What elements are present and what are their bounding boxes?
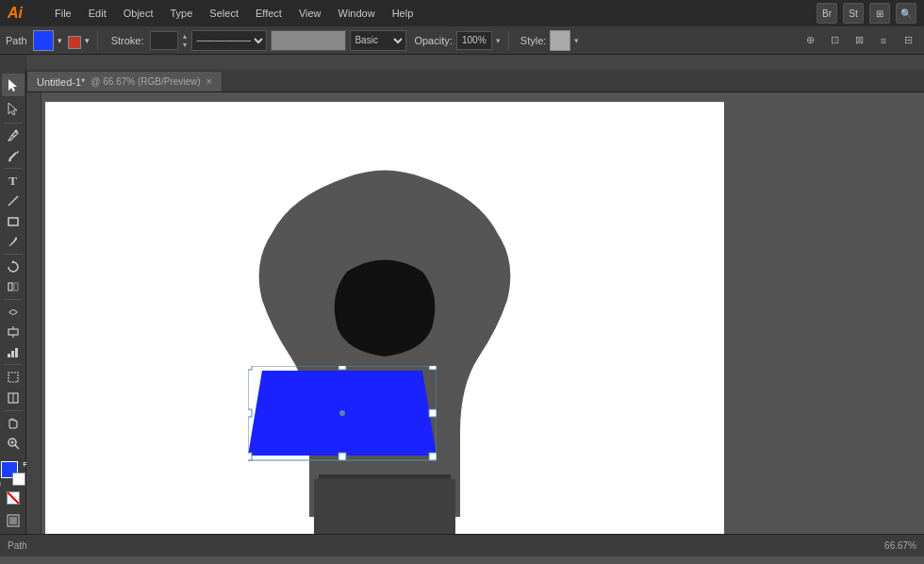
svg-rect-30 (248, 366, 252, 370)
pathfinder-icon-btn[interactable]: ⊠ (849, 30, 869, 51)
rotate-tool-btn[interactable] (2, 257, 25, 276)
dash-input[interactable] (271, 30, 346, 51)
svg-marker-0 (8, 79, 17, 91)
svg-rect-37 (429, 453, 437, 460)
menu-view[interactable]: View (291, 6, 329, 21)
menu-file[interactable]: File (47, 6, 79, 21)
slice-tool-btn[interactable] (2, 388, 25, 406)
fg-bg-colors: ⇄ ■ (1, 461, 25, 486)
app-logo: Ai (8, 5, 38, 22)
artboard-tool-btn[interactable] (2, 368, 25, 387)
tab-close-btn[interactable]: × (206, 76, 212, 87)
svg-rect-7 (8, 218, 18, 225)
sep1 (97, 31, 98, 50)
svg-rect-27 (319, 474, 451, 479)
line-tool-btn[interactable] (2, 191, 25, 210)
style-label: Style: (520, 35, 547, 46)
rect-tool-btn[interactable] (2, 211, 25, 230)
artboard (45, 102, 724, 534)
opacity-arrow[interactable]: ▾ (496, 36, 501, 45)
menu-window[interactable]: Window (331, 6, 383, 21)
sep2 (508, 31, 509, 50)
hand-tool-btn[interactable] (2, 414, 25, 433)
options-bar: Path ▾ ▾ Stroke: ▲ ▼ —————— Basic Opacit… (0, 26, 924, 55)
pen-tool-btn[interactable] (2, 126, 25, 145)
bottom-bar: Path 66.67% (0, 534, 924, 556)
stroke-arrow[interactable]: ▾ (85, 36, 90, 45)
tool-sep-2 (4, 168, 23, 169)
fill-color-swatch[interactable] (33, 30, 54, 51)
brush-tool-btn[interactable] (2, 232, 25, 251)
stroke-style-select[interactable]: —————— (191, 30, 267, 51)
menu-select[interactable]: Select (202, 6, 246, 21)
ruler-horizontal: // Will be drawn by inline SVG (26, 55, 924, 70)
ruler-vertical (26, 92, 41, 534)
pencil-tool-btn[interactable] (2, 146, 25, 165)
direct-selection-tool-btn[interactable] (2, 97, 25, 120)
ruler-corner (0, 55, 26, 70)
stroke-weight-input[interactable] (150, 31, 178, 50)
workspace-icon-btn[interactable]: ⊞ (869, 3, 890, 24)
search-icon-btn[interactable]: 🔍 (896, 3, 916, 24)
blend-mode-select[interactable]: Basic (350, 30, 406, 51)
symbol-tool-btn[interactable] (2, 323, 25, 341)
zoom-tool-btn[interactable] (2, 434, 25, 453)
left-toolbar: T (0, 70, 26, 534)
hacker-figure (259, 171, 511, 535)
warp-tool-btn[interactable] (2, 303, 25, 322)
opacity-input[interactable] (456, 31, 492, 50)
stock-icon-btn[interactable]: St (843, 3, 864, 24)
type-tool-btn[interactable]: T (2, 172, 25, 191)
svg-line-6 (8, 196, 18, 206)
zoom-level: 66.67% (884, 540, 916, 551)
selection-tool-btn[interactable] (2, 74, 25, 96)
svg-rect-16 (15, 348, 18, 357)
svg-marker-1 (8, 103, 17, 115)
stroke-color-swatch[interactable] (68, 36, 81, 49)
menu-help[interactable]: Help (385, 6, 421, 21)
style-arrow[interactable]: ▾ (574, 36, 579, 45)
svg-rect-10 (14, 283, 18, 290)
svg-rect-15 (11, 351, 14, 357)
blue-laptop-svg (248, 366, 437, 470)
none-color-swatch[interactable] (7, 491, 20, 505)
stroke-spinners[interactable]: ▲ ▼ (182, 32, 189, 49)
style-swatch[interactable] (550, 30, 570, 51)
tab-bar: Untitled-1* @ 66.67% (RGB/Preview) × (26, 70, 924, 92)
path-label: Path (6, 35, 27, 46)
direct-selection-tools (2, 97, 25, 120)
canvas-area[interactable]: Untitled-1* @ 66.67% (RGB/Preview) × (26, 70, 924, 534)
transform-icon-btn[interactable]: ⊡ (824, 30, 845, 51)
svg-line-21 (15, 445, 19, 449)
menu-effect[interactable]: Effect (248, 6, 289, 21)
svg-line-3 (9, 153, 16, 159)
svg-rect-17 (8, 373, 18, 382)
main-layout: T (0, 70, 924, 534)
status-path-label: Path (8, 540, 27, 551)
drawing-modes-btn[interactable] (2, 511, 25, 530)
opacity-label: Opacity: (414, 35, 452, 46)
tool-sep-3 (4, 254, 23, 255)
bridge-icon-btn[interactable]: Br (817, 3, 837, 24)
menu-edit[interactable]: Edit (81, 6, 114, 21)
stroke-label: Stroke: (111, 35, 144, 46)
svg-rect-9 (8, 283, 12, 290)
svg-rect-35 (248, 453, 252, 460)
svg-point-29 (339, 410, 345, 416)
menu-object[interactable]: Object (116, 6, 161, 21)
fill-arrow[interactable]: ▾ (58, 36, 62, 45)
svg-rect-11 (8, 329, 18, 335)
align2-icon-btn[interactable]: ≡ (873, 30, 894, 51)
reflect-tool-btn[interactable] (2, 277, 25, 296)
menu-type[interactable]: Type (163, 6, 201, 21)
svg-rect-25 (9, 517, 17, 524)
stroke-color-tool[interactable] (12, 473, 25, 486)
distribute-icon-btn[interactable]: ⊟ (898, 30, 918, 51)
document-tab[interactable]: Untitled-1* @ 66.67% (RGB/Preview) × (26, 71, 223, 91)
default-colors-btn[interactable]: ■ (0, 479, 1, 489)
options-icon-group: ⊕ ⊡ ⊠ ≡ ⊟ (800, 30, 918, 51)
align-icon-btn[interactable]: ⊕ (800, 30, 820, 51)
tab-mode: @ 66.67% (RGB/Preview) (91, 76, 200, 87)
tool-sep-5 (4, 364, 23, 365)
graph-tool-btn[interactable] (2, 342, 25, 361)
